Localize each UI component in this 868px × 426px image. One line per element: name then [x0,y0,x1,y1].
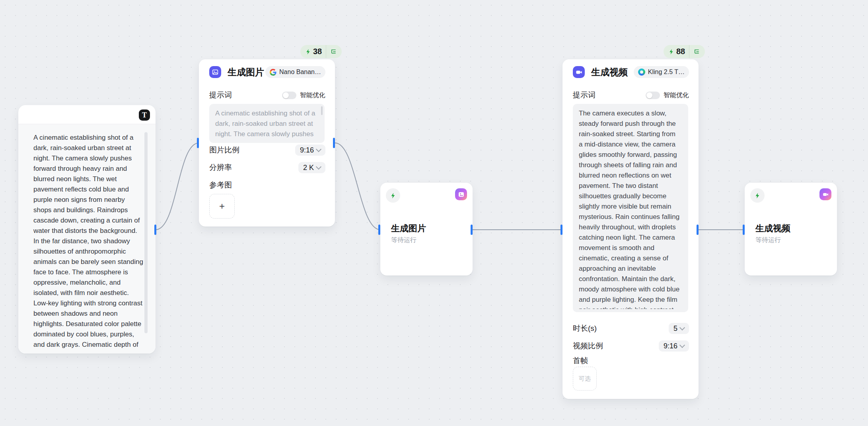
wire-text-to-imagegen [156,143,199,230]
flow-icon[interactable] [326,45,342,58]
model-selector[interactable]: Kling 2.5 T… [634,66,689,78]
first-frame-upload-button[interactable]: 可选 [573,367,597,391]
status-text: 等待运行 [755,236,781,244]
prompt-label: 提示词 [209,90,232,100]
image-ratio-label: 图片比例 [209,145,239,155]
google-logo-icon [270,69,276,76]
prompt-scrollbar[interactable] [321,106,323,115]
energy-count: 38 [313,47,322,56]
image-ratio-select[interactable]: 9:16 [295,145,325,156]
workflow-canvas[interactable]: T A cinematic establishing shot of a dar… [0,0,868,426]
node-title: 生成图片 [391,223,426,234]
chevron-down-icon [316,164,321,170]
image-icon [209,66,221,78]
videogen-input-port[interactable] [561,225,562,235]
flow-icon-glyph [331,48,337,55]
smart-optimize-toggle[interactable] [282,92,296,99]
smart-optimize-toggle[interactable] [646,92,660,99]
run-status-icon [750,188,765,203]
videogen-output-port[interactable] [697,225,699,235]
video-icon-glyph [822,191,829,198]
imagegen-credit-badge: 38 [300,45,342,58]
prompt-text: The camera executes a slow, steady forwa… [579,108,681,309]
text-node[interactable]: T A cinematic establishing shot of a dar… [18,105,156,354]
status-text: 等待运行 [391,236,416,244]
videopreview-input-port[interactable] [743,225,745,235]
image-ratio-value: 9:16 [300,146,314,154]
model-name: Kling 2.5 T… [648,68,685,76]
google-g [270,69,276,76]
duration-label: 时长(s) [573,323,597,334]
videogen-credit-badge: 88 [664,45,705,58]
kling-logo-icon [638,68,645,76]
image-generate-node[interactable]: 生成图片 Nano Banan… 提示词 智能优化 [199,59,335,227]
text-node-header: T [18,105,156,124]
first-frame-label: 首帧 [573,356,588,366]
image-icon-glyph [212,68,219,76]
energy-count: 88 [676,47,685,56]
image-icon [455,188,467,200]
chevron-down-icon [679,342,685,348]
run-status-icon [386,188,400,203]
chevron-down-icon [679,325,685,330]
prompt-textarea[interactable]: The camera executes a slow, steady forwa… [573,104,688,312]
text-node-content[interactable]: A cinematic establishing shot of a dark,… [33,133,144,348]
lightning-icon [754,192,761,199]
image-icon-glyph [458,191,465,198]
wire-imagegen-to-imagepreview [335,143,380,230]
video-icon [819,188,831,200]
add-reference-image-button[interactable]: + [209,194,235,219]
resolution-select[interactable]: 2 K [298,162,325,173]
video-icon-glyph [575,68,583,76]
chevron-down-icon [316,147,321,152]
duration-value: 5 [673,324,677,333]
node-title: 生成视频 [591,66,634,78]
prompt-text: A cinematic establishing shot of a dark,… [215,108,317,140]
plus-icon: + [219,201,225,211]
lightning-icon [305,48,311,55]
model-selector[interactable]: Nano Banan… [265,66,325,78]
prompt-label: 提示词 [573,90,596,100]
lightning-icon [390,192,397,199]
lightning-icon [668,48,675,55]
text-icon-letter: T [142,111,147,119]
text-node-body[interactable]: A cinematic establishing shot of a dark,… [18,124,156,354]
node-title: 生成视频 [755,223,790,234]
video-ratio-select[interactable]: 9:16 [659,340,689,352]
smart-optimize-label: 智能优化 [664,91,689,100]
reference-image-label: 参考图 [209,180,232,190]
duration-select[interactable]: 5 [669,323,689,334]
video-ratio-label: 视频比例 [573,341,603,351]
model-name: Nano Banan… [279,68,321,76]
optional-label: 可选 [579,375,591,383]
video-preview-node[interactable]: 生成视频 等待运行 [745,183,837,276]
video-generate-node[interactable]: 生成视频 Kling 2.5 T… 提示词 智能优化 The camera ex… [562,59,699,399]
video-icon [573,66,585,78]
text-icon: T [139,109,150,121]
imagegen-output-port[interactable] [333,138,335,148]
prompt-textarea[interactable]: A cinematic establishing shot of a dark,… [209,104,325,143]
text-node-scrollbar[interactable] [144,132,148,333]
image-preview-node[interactable]: 生成图片 等待运行 [380,183,473,276]
text-node-output-port[interactable] [154,225,156,235]
imagepreview-input-port[interactable] [378,225,380,235]
imagepreview-output-port[interactable] [471,225,473,235]
resolution-label: 分辨率 [209,162,232,173]
resolution-value: 2 K [303,164,314,172]
imagegen-energy-cost: 38 [300,45,326,58]
smart-optimize-label: 智能优化 [300,91,325,100]
flow-icon-glyph [694,48,701,55]
videogen-energy-cost: 88 [664,45,689,58]
imagegen-input-port[interactable] [197,138,199,148]
video-ratio-value: 9:16 [664,342,677,350]
node-title: 生成图片 [228,66,265,78]
flow-icon[interactable] [689,45,705,58]
